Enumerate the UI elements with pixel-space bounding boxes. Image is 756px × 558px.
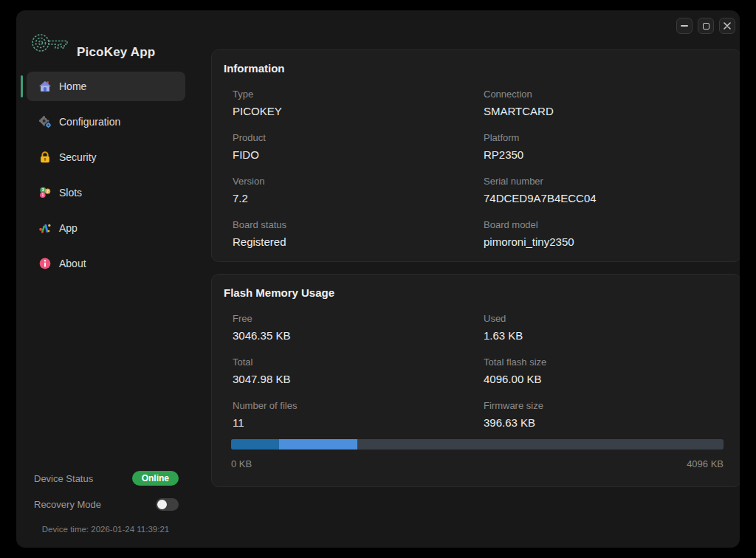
field-board-model: Board model pimoroni_tiny2350 bbox=[484, 219, 740, 248]
device-status-badge: Online bbox=[132, 471, 179, 486]
field-firmware-size: Firmware size 396.63 KB bbox=[484, 400, 740, 429]
main-content: Information Type PICOKEY Connection SMAR… bbox=[195, 10, 740, 548]
field-used: Used 1.63 KB bbox=[484, 313, 740, 342]
sidebar-item-label: Home bbox=[59, 80, 86, 92]
recovery-mode-toggle[interactable] bbox=[156, 498, 179, 511]
info-icon bbox=[38, 257, 52, 270]
sidebar-item-label: Security bbox=[59, 151, 97, 163]
flash-memory-title: Flash Memory Usage bbox=[224, 286, 740, 299]
field-number-of-files: Number of files 11 bbox=[233, 400, 484, 429]
field-type: Type PICOKEY bbox=[233, 89, 484, 117]
field-total: Total 3047.98 KB bbox=[233, 356, 484, 385]
sidebar-nav: Home Configuration bbox=[16, 72, 195, 284]
sidebar-item-configuration[interactable]: Configuration bbox=[27, 107, 185, 137]
flash-bar-segment-firmware bbox=[231, 439, 279, 450]
sidebar-item-label: Configuration bbox=[59, 116, 120, 128]
close-icon bbox=[724, 22, 731, 30]
field-platform: Platform RP2350 bbox=[484, 132, 740, 161]
information-grid: Type PICOKEY Connection SMARTCARD Produc… bbox=[212, 75, 740, 263]
device-status-row: Device Status Online bbox=[34, 471, 179, 486]
colorful-splash-icon bbox=[38, 221, 52, 235]
app-title: PicoKey App bbox=[77, 45, 155, 60]
field-total-flash-size: Total flash size 4096.00 KB bbox=[484, 356, 740, 385]
window-controls bbox=[676, 18, 735, 34]
minimize-button[interactable] bbox=[676, 18, 693, 34]
field-serial-number: Serial number 74DCED9A7B4ECC04 bbox=[484, 176, 740, 204]
flash-bar-end-label: 4096 KB bbox=[687, 458, 724, 469]
recovery-mode-row: Recovery Mode bbox=[34, 498, 179, 511]
information-title: Information bbox=[224, 62, 740, 75]
maximize-icon bbox=[703, 23, 709, 30]
flash-usage-progress-bar bbox=[231, 439, 724, 450]
sidebar-item-label: Slots bbox=[59, 187, 82, 199]
active-accent-bar bbox=[21, 75, 23, 97]
field-board-status: Board status Registered bbox=[233, 219, 484, 248]
picokey-logo-icon bbox=[31, 30, 69, 59]
close-button[interactable] bbox=[719, 18, 735, 34]
field-connection: Connection SMARTCARD bbox=[484, 89, 740, 117]
flash-bar-start-label: 0 KB bbox=[231, 458, 252, 469]
gears-icon bbox=[38, 115, 52, 128]
lock-icon bbox=[38, 151, 52, 164]
flash-bar-segment-reserved bbox=[279, 439, 357, 450]
sidebar-item-label: App bbox=[59, 222, 78, 234]
maximize-button[interactable] bbox=[698, 18, 714, 34]
sidebar-item-home[interactable]: Home bbox=[27, 72, 185, 101]
recovery-mode-label: Recovery Mode bbox=[34, 499, 101, 510]
information-card: Information Type PICOKEY Connection SMAR… bbox=[211, 49, 740, 262]
sidebar-item-slots[interactable]: 3 2 1 Slots bbox=[27, 178, 185, 207]
device-time: Device time: 2026-01-24 11:39:21 bbox=[16, 525, 195, 534]
field-product: Product FIDO bbox=[233, 132, 484, 161]
sidebar-item-security[interactable]: Security bbox=[27, 142, 185, 172]
minimize-icon bbox=[681, 25, 688, 27]
numbered-bubbles-icon: 3 2 1 bbox=[38, 186, 52, 199]
flash-bar-labels: 0 KB 4096 KB bbox=[231, 458, 724, 469]
device-status-label: Device Status bbox=[34, 473, 93, 484]
flash-memory-card: Flash Memory Usage Free 3046.35 KB Used … bbox=[211, 274, 740, 487]
svg-text:2: 2 bbox=[47, 189, 49, 193]
svg-text:1: 1 bbox=[41, 193, 44, 197]
field-version: Version 7.2 bbox=[233, 176, 484, 204]
sidebar-item-label: About bbox=[59, 258, 86, 269]
toggle-knob bbox=[157, 500, 167, 509]
svg-text:3: 3 bbox=[42, 187, 44, 192]
sidebar-item-about[interactable]: About bbox=[27, 249, 185, 278]
field-free: Free 3046.35 KB bbox=[233, 313, 484, 342]
home-icon bbox=[38, 80, 52, 93]
sidebar-item-app[interactable]: App bbox=[27, 213, 185, 243]
app-window: PicoKey App Home bbox=[16, 10, 740, 548]
flash-grid: Free 3046.35 KB Used 1.63 KB Total 3047.… bbox=[212, 299, 740, 444]
